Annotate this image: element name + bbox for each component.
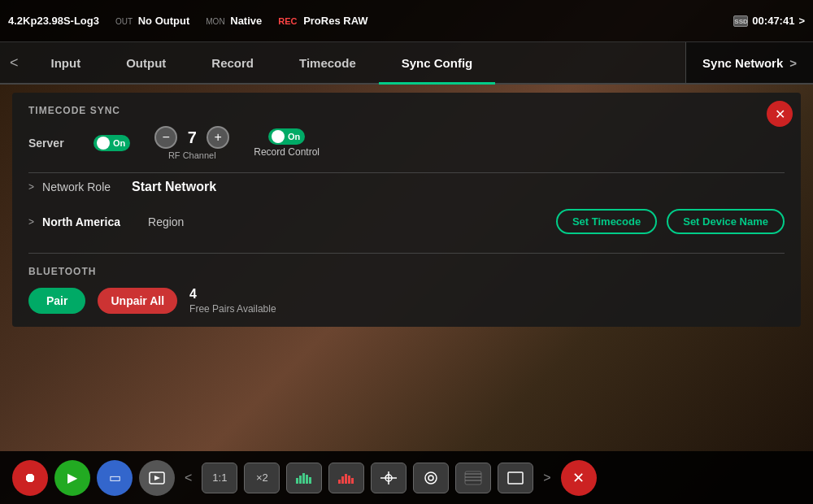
rf-channel-label: RF Channel <box>168 150 216 160</box>
svg-rect-20 <box>508 472 523 484</box>
mon-value: Native <box>230 15 262 27</box>
toolbar-monitor-button[interactable]: ▭ <box>97 460 133 496</box>
toolbar-btn-zoom-1-1[interactable]: 1:1 <box>202 463 237 493</box>
network-role-value: Start Network <box>132 180 216 194</box>
input-value: 4.2Kp23.98S-Log3 <box>8 15 99 27</box>
svg-rect-1 <box>296 478 298 484</box>
svg-rect-5 <box>309 477 311 484</box>
output-label: OUT <box>115 17 133 26</box>
toolbar-btn-peaking[interactable] <box>413 463 449 493</box>
tab-output[interactable]: Output <box>103 44 189 85</box>
server-toggle[interactable]: On <box>93 135 130 151</box>
bluetooth-header: BLUETOOTH <box>28 266 785 277</box>
rf-channel-control: − 7 + RF Channel <box>154 126 229 160</box>
network-role-label: Network Role <box>42 180 124 193</box>
toolbar-btn-histogram[interactable] <box>286 463 322 493</box>
toolbar-btn-zoom-2x[interactable]: ×2 <box>244 463 280 493</box>
network-role-chevron: > <box>28 181 34 193</box>
rec-value: ProRes RAW <box>303 15 367 27</box>
main-panel: ✕ TIMECODE SYNC Server On − 7 + RF Chann… <box>12 93 801 327</box>
region-action-buttons: Set Timecode Set Device Name <box>556 209 785 234</box>
record-control-label: Record Control <box>254 146 320 158</box>
rf-channel-minus-button[interactable]: − <box>154 126 177 149</box>
monitor-status: MON Native <box>206 15 262 27</box>
tab-sync-config[interactable]: Sync Config <box>379 44 496 85</box>
toolbar-btn-waveform[interactable] <box>328 463 364 493</box>
tab-timecode[interactable]: Timecode <box>276 44 379 85</box>
svg-rect-6 <box>338 480 341 484</box>
tab-sync-network[interactable]: Sync Network > <box>685 42 813 83</box>
svg-rect-10 <box>351 478 354 484</box>
sync-network-arrow: > <box>789 56 797 70</box>
bluetooth-section: BLUETOOTH Pair Unpair All 4 Free Pairs A… <box>28 266 785 315</box>
toolbar-next-arrow[interactable]: > <box>540 471 554 485</box>
server-toggle-text: On <box>113 138 125 148</box>
rec-label: REC <box>278 16 297 26</box>
toolbar-close-button[interactable]: ✕ <box>561 460 597 496</box>
region-value: North America <box>42 215 140 228</box>
svg-point-15 <box>428 476 433 480</box>
output-value: No Output <box>138 15 190 27</box>
region-row: > North America Region <box>28 215 229 228</box>
svg-rect-16 <box>465 471 481 484</box>
mon-label: MON <box>206 17 224 26</box>
region-buttons-row: > North America Region Set Timecode Set … <box>28 209 785 234</box>
free-pairs-count: 4 <box>189 287 276 302</box>
record-toggle-knob <box>272 130 285 143</box>
svg-point-14 <box>425 472 437 484</box>
region-label: Region <box>148 215 229 228</box>
tab-record[interactable]: Record <box>189 44 276 85</box>
time-value: 00:47:41 <box>752 15 794 27</box>
close-button[interactable]: ✕ <box>767 101 793 127</box>
region-section: > North America Region Set Timecode Set … <box>28 209 785 254</box>
rf-channel-buttons: − 7 + <box>154 126 229 149</box>
set-device-name-button[interactable]: Set Device Name <box>667 209 785 234</box>
free-pairs-label: Free Pairs Available <box>189 303 276 315</box>
toolbar-prev-arrow[interactable]: < <box>181 471 195 485</box>
svg-rect-4 <box>306 475 308 484</box>
unpair-all-button[interactable]: Unpair All <box>98 288 177 314</box>
ssd-icon: SSD <box>733 15 748 27</box>
toggle-knob <box>97 137 110 150</box>
svg-rect-9 <box>348 476 350 484</box>
svg-rect-2 <box>299 476 302 484</box>
svg-rect-8 <box>345 474 347 484</box>
rf-channel-value: 7 <box>184 128 200 147</box>
svg-rect-3 <box>302 473 305 484</box>
nav-tabs: < Input Output Record Timecode Sync Conf… <box>0 42 813 85</box>
toolbar-play-button[interactable]: ▶ <box>54 460 90 496</box>
toolbar-btn-frame[interactable] <box>498 463 533 493</box>
nav-prev-arrow[interactable]: < <box>0 42 28 83</box>
record-control-group: On Record Control <box>254 128 320 158</box>
set-timecode-button[interactable]: Set Timecode <box>556 209 657 234</box>
server-label: Server <box>28 137 85 150</box>
record-control-toggle[interactable]: On <box>268 128 305 145</box>
bottom-toolbar: ⏺ ▶ ▭ < 1:1 ×2 > ✕ <box>0 451 813 504</box>
toolbar-btn-crosshair[interactable] <box>371 463 406 493</box>
bluetooth-row: Pair Unpair All 4 Free Pairs Available <box>28 287 785 315</box>
pair-button[interactable]: Pair <box>28 288 85 314</box>
input-status: 4.2Kp23.98S-Log3 <box>8 15 99 27</box>
network-role-row: > Network Role Start Network <box>28 180 785 194</box>
timecode-sync-row: Server On − 7 + RF Channel On <box>28 126 785 173</box>
toolbar-record-button[interactable]: ⏺ <box>12 460 48 496</box>
timecode-display: SSD 00:47:41 > <box>733 15 805 27</box>
svg-rect-7 <box>341 476 344 484</box>
record-toggle-text: On <box>288 132 300 141</box>
rec-status: REC ProRes RAW <box>278 15 367 27</box>
output-status: OUT No Output <box>115 15 189 27</box>
status-bar: 4.2Kp23.98S-Log3 OUT No Output MON Nativ… <box>0 0 813 42</box>
server-group: Server On <box>28 135 130 151</box>
toolbar-media-button[interactable] <box>139 460 175 496</box>
free-pairs-info: 4 Free Pairs Available <box>189 287 276 315</box>
time-arrow: > <box>798 15 805 27</box>
tab-input[interactable]: Input <box>28 44 104 85</box>
rf-channel-plus-button[interactable]: + <box>207 126 229 149</box>
toolbar-btn-zebra[interactable] <box>455 463 491 493</box>
timecode-sync-header: TIMECODE SYNC <box>28 105 785 116</box>
region-chevron: > <box>28 216 34 228</box>
